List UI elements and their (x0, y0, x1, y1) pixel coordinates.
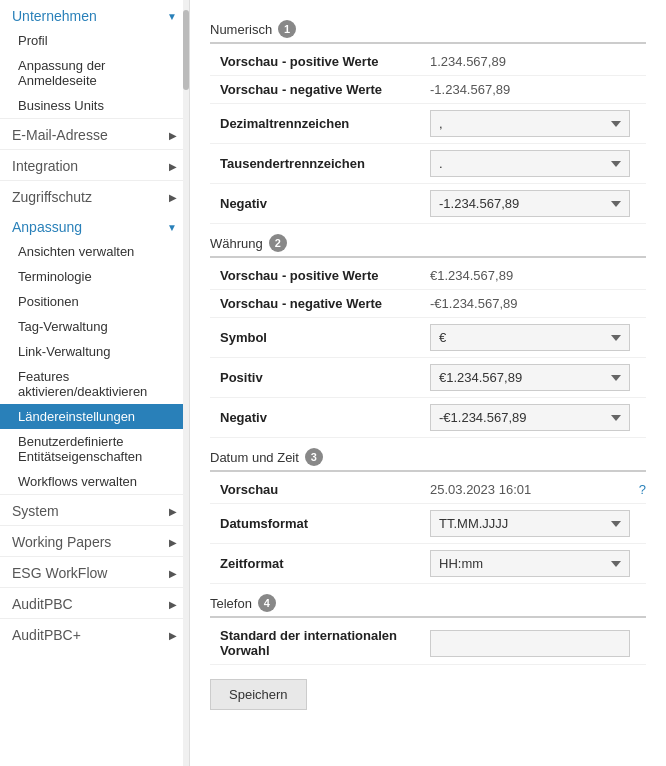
main-content: Numerisch 1 Vorschau - positive Werte 1.… (190, 0, 666, 766)
chevron-right-icon: ▶ (169, 506, 177, 517)
control-tausendertrennzeichen: ., (430, 150, 646, 177)
select-negativ-waehrung[interactable]: -€1.234.567,89 (430, 404, 630, 431)
sidebar-section-esg-workflow[interactable]: ESG WorkFlow▶ (0, 556, 189, 587)
label-tausendertrennzeichen: Tausendertrennzeichen (210, 156, 430, 171)
control-dezimaltrennzeichen: ,. (430, 110, 646, 137)
save-button[interactable]: Speichern (210, 679, 307, 710)
section-number-telefon: 4 (258, 594, 276, 612)
form-row-zeitformat: Zeitformat HH:mmhh:mm a (210, 544, 646, 584)
label-waehrung-vorschau-positiv: Vorschau - positive Werte (210, 268, 430, 283)
label-vorschau-positiv: Vorschau - positive Werte (210, 54, 430, 69)
select-datumsformat[interactable]: TT.MM.JJJJMM/DD/YYYY (430, 510, 630, 537)
sidebar-item-tag-verwaltung[interactable]: Tag-Verwaltung (0, 314, 189, 339)
sidebar-item-features-aktivieren[interactable]: Features aktivieren/deaktivieren (0, 364, 189, 404)
sidebar-section-label: Integration (12, 158, 78, 174)
sidebar-section-label: Anpassung (12, 219, 82, 235)
sidebar: Unternehmen▼ProfilAnpassung der Anmeldes… (0, 0, 190, 766)
label-symbol: Symbol (210, 330, 430, 345)
label-negativ-num: Negativ (210, 196, 430, 211)
label-datum-vorschau: Vorschau (210, 482, 430, 497)
control-positiv: €1.234.567,89 (430, 364, 646, 391)
label-dezimaltrennzeichen: Dezimaltrennzeichen (210, 116, 430, 131)
label-positiv: Positiv (210, 370, 430, 385)
form-row-datumsformat: Datumsformat TT.MM.JJJJMM/DD/YYYY (210, 504, 646, 544)
sidebar-item-ansichten-verwalten[interactable]: Ansichten verwalten (0, 239, 189, 264)
section-number-waehrung: 2 (269, 234, 287, 252)
sidebar-item-workflows-verwalten[interactable]: Workflows verwalten (0, 469, 189, 494)
label-international-vorwahl: Standard der internationalenVorwahl (210, 628, 430, 658)
sidebar-section-label: Unternehmen (12, 8, 97, 24)
label-datumsformat: Datumsformat (210, 516, 430, 531)
form-row-dezimaltrennzeichen: Dezimaltrennzeichen ,. (210, 104, 646, 144)
sidebar-section-auditpbc[interactable]: AuditPBC▶ (0, 587, 189, 618)
section-title-waehrung: Währung (210, 236, 263, 251)
input-international-vorwahl[interactable] (430, 630, 630, 657)
label-negativ-waehrung: Negativ (210, 410, 430, 425)
select-symbol[interactable]: €$£ (430, 324, 630, 351)
chevron-right-icon: ▶ (169, 568, 177, 579)
form-row-vorschau-negativ: Vorschau - negative Werte -1.234.567,89 (210, 76, 646, 104)
form-row-positiv: Positiv €1.234.567,89 (210, 358, 646, 398)
select-positiv[interactable]: €1.234.567,89 (430, 364, 630, 391)
label-waehrung-vorschau-negativ: Vorschau - negative Werte (210, 296, 430, 311)
form-row-negativ-num: Negativ -1.234.567,89 (210, 184, 646, 224)
section-header-waehrung: Währung 2 (210, 234, 646, 258)
sidebar-item-benutzerdefinierte-entitaetseigenschaften[interactable]: Benutzerdefinierte Entitätseigenschaften (0, 429, 189, 469)
sidebar-section-zugriffschutz[interactable]: Zugriffschutz▶ (0, 180, 189, 211)
form-row-waehrung-vorschau-positiv: Vorschau - positive Werte €1.234.567,89 (210, 262, 646, 290)
value-vorschau-positiv: 1.234.567,89 (430, 54, 646, 69)
chevron-down-icon: ▼ (167, 222, 177, 233)
help-icon-datum-vorschau[interactable]: ? (639, 482, 646, 497)
chevron-right-icon: ▶ (169, 161, 177, 172)
section-header-numerisch: Numerisch 1 (210, 20, 646, 44)
section-title-numerisch: Numerisch (210, 22, 272, 37)
section-title-telefon: Telefon (210, 596, 252, 611)
control-negativ-waehrung: -€1.234.567,89 (430, 404, 646, 431)
chevron-right-icon: ▶ (169, 192, 177, 203)
sidebar-section-auditpbc-plus[interactable]: AuditPBC+▶ (0, 618, 189, 649)
value-datum-vorschau: 25.03.2023 16:01 (430, 482, 631, 497)
sidebar-section-email-adresse[interactable]: E-Mail-Adresse▶ (0, 118, 189, 149)
control-negativ-num: -1.234.567,89 (430, 190, 646, 217)
section-header-telefon: Telefon 4 (210, 594, 646, 618)
sidebar-item-profil[interactable]: Profil (0, 28, 189, 53)
chevron-right-icon: ▶ (169, 130, 177, 141)
sidebar-section-label: E-Mail-Adresse (12, 127, 108, 143)
sidebar-item-terminologie[interactable]: Terminologie (0, 264, 189, 289)
sidebar-item-link-verwaltung[interactable]: Link-Verwaltung (0, 339, 189, 364)
sidebar-section-working-papers[interactable]: Working Papers▶ (0, 525, 189, 556)
sidebar-section-label: System (12, 503, 59, 519)
select-negativ-num[interactable]: -1.234.567,89 (430, 190, 630, 217)
chevron-right-icon: ▶ (169, 630, 177, 641)
sidebar-section-anpassung[interactable]: Anpassung▼ (0, 211, 189, 239)
sidebar-section-unternehmen[interactable]: Unternehmen▼ (0, 0, 189, 28)
sidebar-section-label: Zugriffschutz (12, 189, 92, 205)
control-symbol: €$£ (430, 324, 646, 351)
sidebar-section-integration[interactable]: Integration▶ (0, 149, 189, 180)
sidebar-item-business-units[interactable]: Business Units (0, 93, 189, 118)
chevron-right-icon: ▶ (169, 599, 177, 610)
form-row-datum-vorschau: Vorschau 25.03.2023 16:01 ? (210, 476, 646, 504)
sidebar-section-label: AuditPBC+ (12, 627, 81, 643)
form-row-negativ-waehrung: Negativ -€1.234.567,89 (210, 398, 646, 438)
value-waehrung-vorschau-negativ: -€1.234.567,89 (430, 296, 646, 311)
select-zeitformat[interactable]: HH:mmhh:mm a (430, 550, 630, 577)
select-dezimaltrennzeichen[interactable]: ,. (430, 110, 630, 137)
form-row-tausendertrennzeichen: Tausendertrennzeichen ., (210, 144, 646, 184)
form-row-waehrung-vorschau-negativ: Vorschau - negative Werte -€1.234.567,89 (210, 290, 646, 318)
chevron-right-icon: ▶ (169, 537, 177, 548)
control-zeitformat: HH:mmhh:mm a (430, 550, 646, 577)
sidebar-item-anpassung-anmeldeseite[interactable]: Anpassung der Anmeldeseite (0, 53, 189, 93)
sidebar-item-laendereinstellungen[interactable]: Ländereinstellungen (0, 404, 189, 429)
sidebar-section-label: ESG WorkFlow (12, 565, 107, 581)
label-zeitformat: Zeitformat (210, 556, 430, 571)
chevron-down-icon: ▼ (167, 11, 177, 22)
section-number-datum-zeit: 3 (305, 448, 323, 466)
sidebar-section-system[interactable]: System▶ (0, 494, 189, 525)
label-vorschau-negativ: Vorschau - negative Werte (210, 82, 430, 97)
select-tausendertrennzeichen[interactable]: ., (430, 150, 630, 177)
sidebar-item-positionen[interactable]: Positionen (0, 289, 189, 314)
section-title-datum-zeit: Datum und Zeit (210, 450, 299, 465)
value-vorschau-negativ: -1.234.567,89 (430, 82, 646, 97)
sidebar-section-label: AuditPBC (12, 596, 73, 612)
